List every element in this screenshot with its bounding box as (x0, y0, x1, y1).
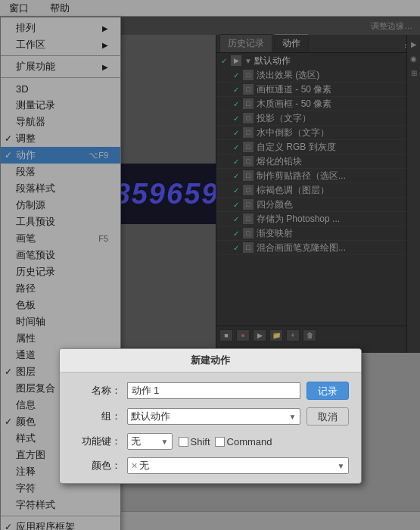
color-select-arrow: ▼ (338, 462, 345, 470)
dialog-group-row: 组： 默认动作 ▼ 取消 (72, 407, 349, 426)
shift-checkbox[interactable] (179, 437, 188, 447)
group-select[interactable]: 默认动作 ▼ (127, 408, 300, 425)
group-label: 组： (72, 410, 121, 423)
color-label-text: 颜色： (72, 459, 121, 472)
checkboxes: Shift Command (179, 436, 272, 447)
name-input-row: 记录 (127, 382, 349, 400)
fk-select-arrow: ▼ (161, 438, 169, 446)
fk-label: 功能键： (72, 435, 121, 448)
record-button[interactable]: 记录 (306, 382, 349, 400)
shift-label: Shift (191, 436, 210, 447)
color-select-value: 无 (139, 459, 149, 472)
dialog-title: 新建动作 (60, 349, 361, 373)
color-select-content: ✕ 无 (131, 459, 149, 472)
group-select-arrow: ▼ (289, 413, 297, 421)
color-x-icon: ✕ (131, 461, 138, 471)
fk-select-value: 无 (131, 435, 141, 448)
command-checkbox[interactable] (215, 437, 225, 447)
dialog-body: 名称： 记录 组： 默认动作 ▼ 取消 功能键： 无 ▼ (60, 373, 361, 483)
command-label: Command (227, 436, 272, 447)
dialog-fk-row: 功能键： 无 ▼ Shift Command (72, 433, 349, 450)
group-select-value: 默认动作 (131, 410, 170, 423)
cancel-button[interactable]: 取消 (306, 407, 349, 426)
command-checkbox-item[interactable]: Command (215, 436, 272, 447)
fk-controls: 无 ▼ Shift Command (127, 433, 349, 450)
dialog-name-row: 名称： 记录 (72, 382, 349, 400)
new-action-dialog: 新建动作 名称： 记录 组： 默认动作 ▼ 取消 功能键： (59, 348, 362, 484)
fk-select[interactable]: 无 ▼ (127, 433, 173, 450)
color-select[interactable]: ✕ 无 ▼ (127, 457, 349, 474)
dialog-color-row: 颜色： ✕ 无 ▼ (72, 457, 349, 474)
shift-checkbox-item[interactable]: Shift (179, 436, 210, 447)
group-select-row: 默认动作 ▼ 取消 (127, 407, 349, 426)
name-input[interactable] (127, 382, 300, 399)
name-label: 名称： (72, 384, 121, 398)
